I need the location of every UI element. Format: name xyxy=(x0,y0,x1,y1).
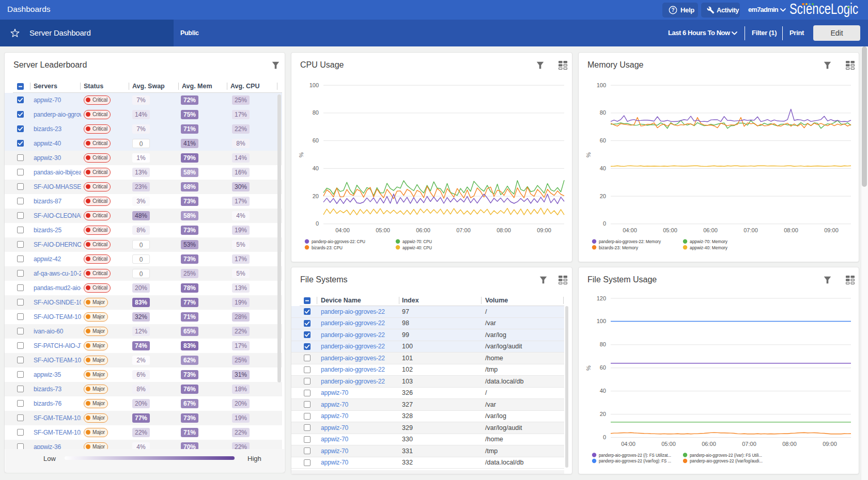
svg-text:09:00: 09:00 xyxy=(824,227,839,233)
svg-text:06:00: 06:00 xyxy=(702,441,716,447)
svg-text:04:00: 04:00 xyxy=(335,227,350,233)
svg-text:100: 100 xyxy=(597,318,606,324)
svg-text:panderp-aio-ggroves-22: Memory: panderp-aio-ggroves-22: Memory xyxy=(599,238,661,244)
svg-text:07:00: 07:00 xyxy=(743,227,758,233)
svg-text:80: 80 xyxy=(600,109,606,116)
svg-text:bizards-23: CPU: bizards-23: CPU xyxy=(312,245,343,250)
svg-text:100: 100 xyxy=(309,82,319,88)
svg-text:120: 120 xyxy=(597,295,606,301)
svg-text:07:00: 07:00 xyxy=(742,441,756,447)
svg-text:80: 80 xyxy=(313,109,319,116)
svg-text:60: 60 xyxy=(600,364,606,371)
svg-text:panderp-aio-ggroves-22 (/var/l: panderp-aio-ggroves-22 (/var/log): FS ..… xyxy=(599,458,671,463)
svg-text:40: 40 xyxy=(600,388,606,394)
svg-text:20: 20 xyxy=(600,193,606,199)
svg-text:appwiz-70: Memory: appwiz-70: Memory xyxy=(690,238,727,244)
svg-text:%: % xyxy=(298,152,304,157)
svg-text:60: 60 xyxy=(600,137,606,143)
svg-text:?: ? xyxy=(671,7,674,13)
svg-text:09:00: 09:00 xyxy=(823,441,837,447)
svg-text:06:00: 06:00 xyxy=(703,227,718,233)
svg-text:05:00: 05:00 xyxy=(663,227,677,233)
svg-text:80: 80 xyxy=(600,341,606,347)
svg-text:20: 20 xyxy=(313,193,319,199)
svg-text:0: 0 xyxy=(316,220,319,227)
svg-text:09:00: 09:00 xyxy=(537,227,551,233)
svg-text:08:00: 08:00 xyxy=(782,441,797,447)
svg-text:0: 0 xyxy=(603,434,606,440)
svg-text:appwiz-40: CPU: appwiz-40: CPU xyxy=(402,245,432,250)
svg-text:panderp-aio-ggroves-22: CPU: panderp-aio-ggroves-22: CPU xyxy=(312,238,365,244)
svg-text:08:00: 08:00 xyxy=(497,227,511,233)
svg-text:ScıenceLogic: ScıenceLogic xyxy=(789,1,858,17)
svg-text:%: % xyxy=(585,365,592,371)
svg-text:40: 40 xyxy=(600,165,606,171)
svg-text:0: 0 xyxy=(603,220,606,227)
svg-text:panderp-aio-ggroves-22 (/): FS: panderp-aio-ggroves-22 (/): FS Utilizat.… xyxy=(599,452,671,458)
svg-text:panderp-aio-ggroves-22 (/var):: panderp-aio-ggroves-22 (/var): FS Utili.… xyxy=(690,452,762,458)
svg-text:40: 40 xyxy=(313,165,319,171)
svg-text:100: 100 xyxy=(597,82,606,88)
svg-text:07:00: 07:00 xyxy=(456,227,471,233)
svg-text:04:00: 04:00 xyxy=(621,441,636,447)
svg-text:%: % xyxy=(585,152,592,157)
svg-text:05:00: 05:00 xyxy=(376,227,390,233)
svg-text:04:00: 04:00 xyxy=(623,227,637,233)
svg-text:06:00: 06:00 xyxy=(416,227,430,233)
svg-text:60: 60 xyxy=(313,137,319,143)
svg-text:appwiz-70: CPU: appwiz-70: CPU xyxy=(402,238,432,244)
svg-text:05:00: 05:00 xyxy=(661,441,676,447)
svg-text:panderp-aio-ggroves-22 (/var/l: panderp-aio-ggroves-22 (/var/log/audi... xyxy=(690,458,763,463)
svg-text:20: 20 xyxy=(600,411,606,417)
svg-text:bizards-23: Memory: bizards-23: Memory xyxy=(599,245,638,250)
svg-text:appwiz-40: Memory: appwiz-40: Memory xyxy=(690,245,727,250)
svg-text:08:00: 08:00 xyxy=(784,227,798,233)
